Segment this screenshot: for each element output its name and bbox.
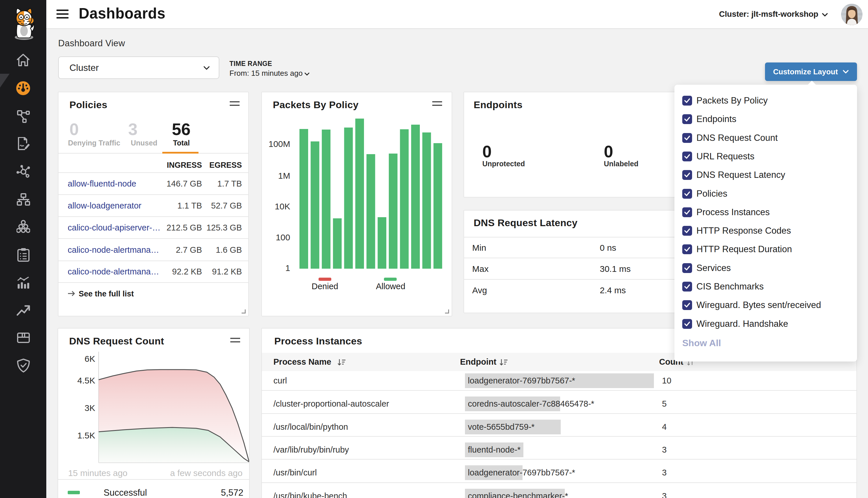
svg-text:100M: 100M [269, 139, 290, 149]
svg-text:Denied: Denied [312, 282, 338, 291]
svg-text:3K: 3K [85, 403, 95, 413]
svg-text:100: 100 [276, 233, 290, 242]
svg-text:Allowed: Allowed [376, 282, 405, 291]
svg-text:1: 1 [285, 263, 290, 273]
svg-text:10K: 10K [275, 201, 290, 211]
svg-text:1.5K: 1.5K [77, 431, 95, 440]
svg-text:15 minutes ago: 15 minutes ago [68, 468, 127, 478]
svg-text:1M: 1M [278, 171, 290, 181]
svg-text:4.5K: 4.5K [77, 376, 95, 385]
svg-text:6K: 6K [85, 354, 95, 364]
svg-text:a few seconds ago: a few seconds ago [170, 468, 243, 478]
